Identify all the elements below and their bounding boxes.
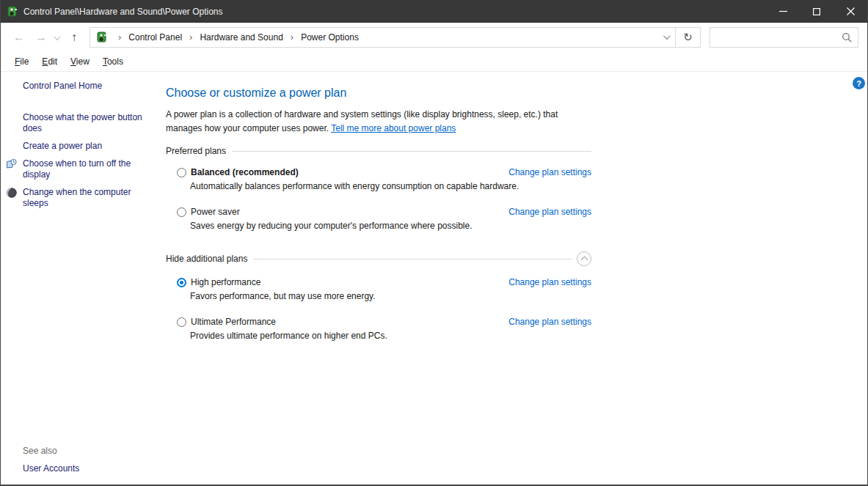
back-icon[interactable]: ← <box>8 29 30 46</box>
see-also-heading: See also <box>1 446 166 456</box>
change-plan-settings-ultimate-performance-link[interactable]: Change plan settings <box>508 317 591 327</box>
title-bar: Control Panel\Hardware and Sound\Power O… <box>1 0 867 23</box>
plan-row-balanced: Balanced (recommended) Change plan setti… <box>166 167 591 177</box>
breadcrumb-control-panel[interactable]: Control Panel <box>127 31 183 44</box>
plan-description-ultimate-performance: Provides ultimate performance on higher … <box>190 331 591 341</box>
magnifier-icon <box>842 32 852 43</box>
window-title: Control Panel\Hardware and Sound\Power O… <box>23 7 223 17</box>
sidebar-item-label: Choose what the power button does <box>23 112 142 133</box>
plan-name-ultimate-performance[interactable]: Ultimate Performance <box>191 317 276 327</box>
control-panel-icon <box>96 32 108 43</box>
plan-description-power-saver: Saves energy by reducing your computer's… <box>190 221 591 231</box>
breadcrumb-separator: › <box>285 32 299 43</box>
tell-me-more-link[interactable]: Tell me more about power plans <box>331 123 456 133</box>
refresh-icon[interactable]: ↻ <box>676 27 701 48</box>
plan-name-balanced[interactable]: Balanced (recommended) <box>191 167 299 177</box>
sidebar-item-label: Create a power plan <box>23 141 102 151</box>
navigation-bar: ← → ↑ › Control Panel › Hardware and Sou… <box>1 23 867 51</box>
divider <box>232 151 591 152</box>
plan-description-high-performance: Favors performance, but may use more ene… <box>190 291 591 301</box>
sidebar-item-control-panel-home[interactable]: Control Panel Home <box>1 81 166 92</box>
explorer-window: Control Panel\Hardware and Sound\Power O… <box>0 0 868 486</box>
radio-ultimate-performance[interactable] <box>177 317 186 327</box>
sidebar-item-power-button[interactable]: Choose what the power button does <box>1 112 166 134</box>
main-content: Choose or customize a power plan A power… <box>166 72 867 485</box>
maximize-icon[interactable] <box>800 0 834 23</box>
intro-paragraph: A power plan is a collection of hardware… <box>166 108 591 135</box>
change-plan-settings-high-performance-link[interactable]: Change plan settings <box>508 277 591 287</box>
search-input[interactable] <box>710 28 842 47</box>
divider <box>253 259 572 259</box>
sidebar-item-user-accounts[interactable]: User Accounts <box>1 463 166 474</box>
radio-balanced[interactable] <box>177 168 186 177</box>
breadcrumb-hardware-and-sound[interactable]: Hardware and Sound <box>198 31 284 44</box>
breadcrumb-power-options[interactable]: Power Options <box>299 31 360 44</box>
plan-name-power-saver[interactable]: Power saver <box>191 207 240 217</box>
menu-file[interactable]: File <box>8 54 35 70</box>
display-clock-icon <box>6 158 18 170</box>
sidebar: Control Panel Home Choose what the power… <box>1 72 166 485</box>
caption-buttons <box>766 0 867 23</box>
sidebar-item-create-power-plan[interactable]: Create a power plan <box>1 141 166 152</box>
address-bar[interactable]: › Control Panel › Hardware and Sound › P… <box>90 27 676 48</box>
up-icon[interactable]: ↑ <box>66 29 82 46</box>
plan-name-high-performance[interactable]: High performance <box>191 277 260 287</box>
forward-icon[interactable]: → <box>30 29 52 46</box>
app-body: ? Control Panel Home Choose what the pow… <box>1 72 867 485</box>
collapse-chevron-up-icon[interactable] <box>577 251 591 266</box>
search-box <box>710 27 858 48</box>
breadcrumb-separator: › <box>112 32 127 43</box>
plan-description-balanced: Automatically balances performance with … <box>190 181 591 191</box>
sidebar-item-label: Choose when to turn off the display <box>23 158 131 180</box>
breadcrumb-separator: › <box>183 32 198 43</box>
plan-row-power-saver: Power saver Change plan settings <box>166 207 591 217</box>
change-plan-settings-power-saver-link[interactable]: Change plan settings <box>508 207 591 217</box>
menu-edit[interactable]: Edit <box>35 54 64 70</box>
group-label: Hide additional plans <box>166 254 253 264</box>
sidebar-item-computer-sleeps[interactable]: Change when the computer sleeps <box>1 187 166 209</box>
radio-power-saver[interactable] <box>177 207 186 217</box>
see-also-section: See also User Accounts <box>1 446 166 485</box>
power-sphere-icon <box>6 187 18 199</box>
menu-tools[interactable]: Tools <box>96 54 130 70</box>
sidebar-item-turn-off-display[interactable]: Choose when to turn off the display <box>1 158 166 180</box>
radio-high-performance[interactable] <box>177 278 186 287</box>
menu-bar: File Edit View Tools <box>1 51 867 72</box>
help-icon[interactable]: ? <box>853 77 865 89</box>
sidebar-item-label: Change when the computer sleeps <box>23 187 131 208</box>
menu-view[interactable]: View <box>64 54 96 70</box>
control-panel-icon <box>7 6 18 18</box>
additional-plans-header: Hide additional plans <box>166 251 591 266</box>
page-title: Choose or customize a power plan <box>166 86 591 100</box>
recent-pages-chevron-icon[interactable] <box>52 32 62 43</box>
address-dropdown-chevron-icon[interactable] <box>656 28 675 47</box>
group-label: Preferred plans <box>166 146 232 156</box>
preferred-plans-header: Preferred plans <box>166 146 591 156</box>
change-plan-settings-balanced-link[interactable]: Change plan settings <box>508 167 591 177</box>
close-icon[interactable] <box>834 0 867 23</box>
plan-row-ultimate-performance: Ultimate Performance Change plan setting… <box>166 317 591 327</box>
plan-row-high-performance: High performance Change plan settings <box>166 277 591 287</box>
minimize-icon[interactable] <box>766 0 800 23</box>
